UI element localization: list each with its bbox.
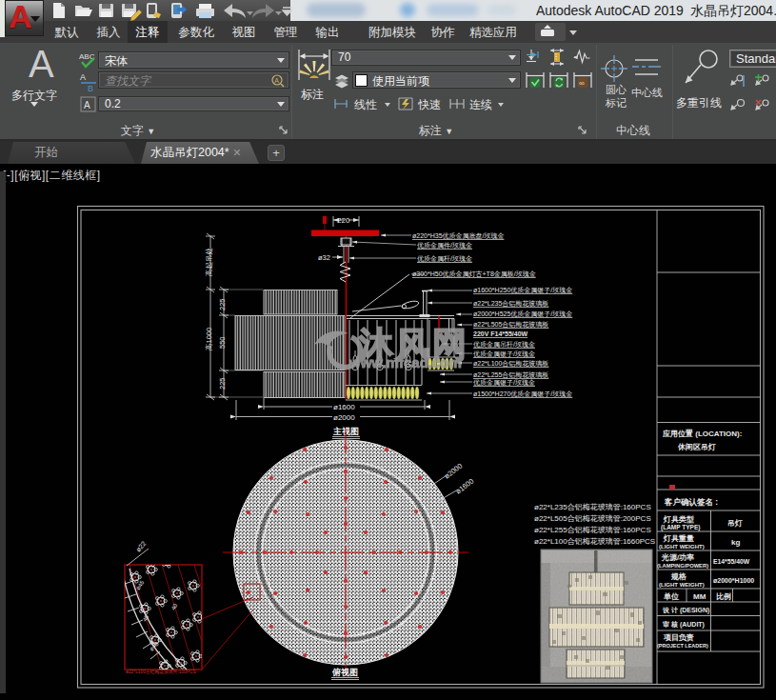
svg-text:A: A: [274, 77, 279, 84]
svg-text:休闲区吊灯: 休闲区吊灯: [677, 443, 716, 451]
svg-text:ø1600: ø1600: [454, 477, 475, 496]
svg-text:优质金属银子/玫瑰金: 优质金属银子/玫瑰金: [473, 350, 535, 358]
svg-text:40: 40: [170, 602, 179, 610]
svg-text:ø22*L505合铝梅花玻璃管:200PCS: ø22*L505合铝梅花玻璃管:200PCS: [534, 514, 651, 523]
svg-text:审 核 (AUDIT): 审 核 (AUDIT): [663, 620, 705, 629]
svg-text:ø22*L235合铝梅花玻璃管:160PCS: ø22*L235合铝梅花玻璃管:160PCS: [534, 503, 651, 511]
svg-text:应用位置 (LOCATION):: 应用位置 (LOCATION):: [662, 429, 742, 438]
svg-text:ø22*L100合铝梅花玻璃板: ø22*L100合铝梅花玻璃板: [473, 360, 548, 368]
svg-text:ø2000*H525优质金属银子/玫瑰金: ø2000*H525优质金属银子/玫瑰金: [473, 310, 572, 318]
svg-text:ø22*L255合铝梅花玻璃管:160PCS: ø22*L255合铝梅花玻璃管:160PCS: [534, 526, 651, 534]
svg-text:225: 225: [218, 298, 227, 310]
svg-text:光源/功率: 光源/功率: [661, 552, 694, 562]
svg-text:ø1600*H250优质金属银子/玫瑰金: ø1600*H250优质金属银子/玫瑰金: [473, 287, 572, 294]
svg-text:比例: 比例: [716, 592, 731, 601]
svg-text:ø2000: ø2000: [333, 413, 355, 422]
svg-text:设 计 (DESIGN): 设 计 (DESIGN): [662, 607, 709, 614]
svg-text:ø32: ø32: [318, 253, 330, 262]
svg-text:A: A: [84, 100, 90, 110]
svg-text:项目负责: 项目负责: [663, 633, 694, 642]
svg-text:灯具类型: 灯具类型: [663, 515, 694, 524]
svg-text:ø300*H50优质金属灯古+T8金属板/玫瑰金: ø300*H50优质金属灯古+T8金属板/玫瑰金: [412, 270, 536, 278]
svg-text:(PROJECT LEADER): (PROJECT LEADER): [657, 643, 708, 649]
svg-text:ø1600: ø1600: [333, 403, 355, 411]
svg-text:优质金属吊杆/玫瑰金: 优质金属吊杆/玫瑰金: [473, 341, 535, 349]
svg-text:优质金属件/玫瑰金: 优质金属件/玫瑰金: [417, 242, 472, 250]
svg-text:俯视图: 俯视图: [331, 668, 358, 677]
svg-text:A: A: [80, 72, 86, 82]
svg-text:(LAMPING/POWER): (LAMPING/POWER): [657, 563, 708, 569]
svg-text:ø2000*H1000: ø2000*H1000: [713, 577, 754, 584]
svg-text:吊灯: 吊灯: [727, 519, 743, 528]
svg-text:优质金属杆/玫瑰金: 优质金属杆/玫瑰金: [417, 255, 472, 263]
svg-text:ø22*L100合铝梅花玻璃管:1660PCS: ø22*L100合铝梅花玻璃管:1660PCS: [534, 537, 655, 546]
svg-text:225: 225: [218, 377, 227, 390]
svg-text:(LAMP TYPE): (LAMP TYPE): [661, 524, 700, 531]
svg-text:ø1500*H270优质金属银子/玫瑰金: ø1500*H270优质金属银子/玫瑰金: [473, 390, 572, 398]
svg-text:MM: MM: [693, 592, 706, 601]
svg-text:550: 550: [218, 336, 227, 349]
svg-text:高起吊处: 高起吊处: [205, 248, 213, 276]
svg-text:220: 220: [337, 216, 350, 225]
svg-text:E14*55/40W: E14*55/40W: [713, 558, 750, 565]
svg-text:客户确认签名 :: 客户确认签名 :: [664, 497, 718, 507]
svg-text:(LIGHT WEIGHT): (LIGHT WEIGHT): [659, 544, 705, 550]
svg-text:灯具重量: 灯具重量: [663, 534, 694, 543]
svg-text:∞: ∞: [579, 79, 585, 88]
svg-text:B: B: [88, 84, 93, 93]
svg-text:ø22*L235合铝梅花玻璃板: ø22*L235合铝梅花玻璃板: [473, 300, 548, 308]
svg-text:kg: kg: [731, 538, 740, 547]
svg-text:高1000: 高1000: [205, 328, 213, 350]
svg-text:www.mfcad.com: www.mfcad.com: [348, 354, 462, 370]
svg-text:单位: 单位: [663, 592, 679, 601]
svg-text:220V F14*55/40W: 220V F14*55/40W: [473, 330, 528, 337]
svg-text:ø22*L255合铝梅花玻璃板: ø22*L255合铝梅花玻璃板: [473, 371, 548, 379]
svg-text:(LIGHT WEIGHT): (LIGHT WEIGHT): [659, 582, 705, 588]
svg-text:ø22*L100合铝梅花玻璃管:100PCS: ø22*L100合铝梅花玻璃管:100PCS: [126, 669, 196, 675]
svg-text:ø22*L505合铝梅花玻璃板: ø22*L505合铝梅花玻璃板: [473, 321, 548, 329]
svg-text:优质金属银子/玫瑰金: 优质金属银子/玫瑰金: [473, 379, 535, 387]
svg-text:ø2000: ø2000: [443, 462, 464, 481]
svg-text:规格: 规格: [670, 572, 686, 581]
svg-text:ø220*H35优质金属底盘/玫瑰金: ø220*H35优质金属底盘/玫瑰金: [412, 232, 504, 240]
